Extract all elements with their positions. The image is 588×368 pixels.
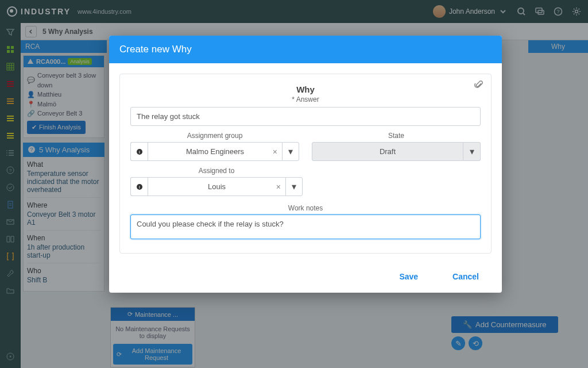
create-why-modal: Create new Why Why * Answer Assignment g… bbox=[109, 36, 502, 293]
dropdown-button[interactable]: ▾ bbox=[282, 142, 299, 161]
svg-text:i: i bbox=[139, 150, 140, 155]
dropdown-button[interactable]: ▾ bbox=[463, 142, 481, 161]
svg-text:i: i bbox=[139, 185, 140, 190]
assigned-to-field[interactable]: i Louis× ▾ bbox=[130, 177, 303, 196]
state-field[interactable]: Draft ▾ bbox=[312, 142, 481, 161]
assigned-to-label: Assigned to bbox=[130, 167, 303, 175]
state-label: State bbox=[312, 132, 481, 140]
work-notes-input[interactable] bbox=[130, 214, 481, 239]
modal-title: Create new Why bbox=[109, 36, 502, 63]
assignment-group-value: Malmo Engineers bbox=[186, 147, 244, 156]
answer-input[interactable] bbox=[130, 107, 481, 126]
dropdown-button[interactable]: ▾ bbox=[285, 177, 303, 196]
clear-icon[interactable]: × bbox=[273, 147, 277, 156]
info-icon[interactable]: i bbox=[130, 142, 148, 161]
modal-panel: Why * Answer Assignment group i Malmo En… bbox=[119, 74, 492, 254]
info-icon[interactable]: i bbox=[130, 177, 148, 196]
answer-label: * Answer bbox=[130, 95, 481, 103]
attachment-button[interactable] bbox=[474, 80, 484, 90]
assigned-to-value: Louis bbox=[208, 182, 226, 191]
why-section-label: Why bbox=[130, 85, 481, 94]
work-notes-label: Work notes bbox=[130, 204, 481, 212]
assignment-group-label: Assignment group bbox=[130, 132, 299, 140]
cancel-button[interactable]: Cancel bbox=[452, 272, 479, 281]
state-value: Draft bbox=[312, 142, 463, 161]
paperclip-icon bbox=[474, 80, 484, 90]
save-button[interactable]: Save bbox=[399, 272, 418, 281]
assignment-group-field[interactable]: i Malmo Engineers× ▾ bbox=[130, 142, 299, 161]
clear-icon[interactable]: × bbox=[276, 182, 281, 191]
